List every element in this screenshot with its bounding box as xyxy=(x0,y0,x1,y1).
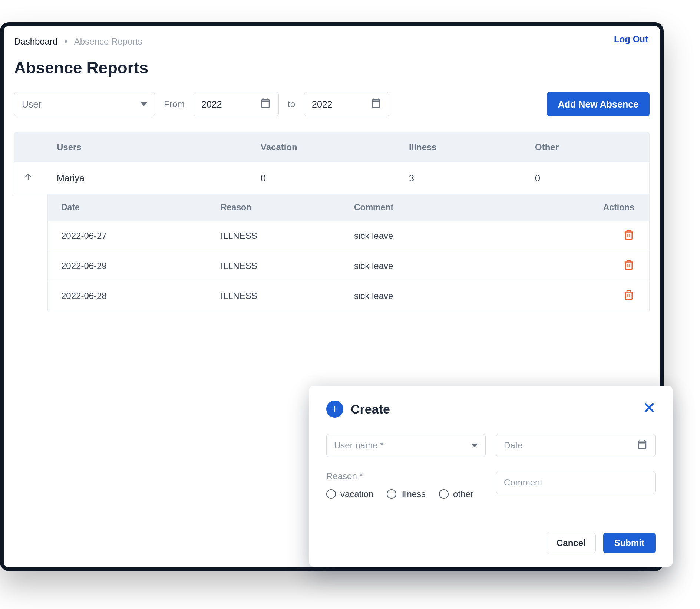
col-reason: Reason xyxy=(207,194,341,221)
cell-reason: ILLNESS xyxy=(207,251,341,281)
radio-icon xyxy=(439,489,449,499)
cell-date: 2022-06-29 xyxy=(48,251,207,281)
modal-reason-radios: vacation illness other xyxy=(326,489,486,499)
detail-table: Date Reason Comment Actions 2022-06-27 I… xyxy=(47,194,650,311)
col-comment: Comment xyxy=(341,194,548,221)
cell-reason: ILLNESS xyxy=(207,281,341,311)
collapse-arrow-icon[interactable] xyxy=(23,172,33,184)
radio-illness[interactable]: illness xyxy=(387,489,426,499)
radio-label: illness xyxy=(401,489,426,499)
breadcrumb-dashboard[interactable]: Dashboard xyxy=(14,36,57,47)
col-other: Other xyxy=(526,132,649,162)
breadcrumb-separator-icon: • xyxy=(64,36,67,47)
page-title: Absence Reports xyxy=(14,59,650,77)
modal-user-select[interactable]: User name * xyxy=(326,434,486,457)
radio-other[interactable]: other xyxy=(439,489,473,499)
cell-vacation: 0 xyxy=(252,162,400,194)
radio-icon xyxy=(387,489,396,499)
modal-date-placeholder: Date xyxy=(504,440,523,451)
calendar-icon xyxy=(637,439,648,452)
from-date-input[interactable]: 2022 xyxy=(194,92,279,116)
chevron-down-icon xyxy=(141,102,147,106)
add-new-absence-button[interactable]: Add New Absence xyxy=(547,92,650,116)
delete-icon[interactable] xyxy=(623,289,634,303)
summary-table-row[interactable]: Mariya 0 3 0 xyxy=(14,162,650,194)
cell-comment: sick leave xyxy=(341,281,548,311)
calendar-icon xyxy=(370,98,382,111)
modal-user-placeholder: User name * xyxy=(334,440,383,451)
summary-table: Users Vacation Illness Other Mariya 0 3 … xyxy=(14,132,650,311)
col-date: Date xyxy=(48,194,207,221)
calendar-icon xyxy=(260,98,271,111)
chevron-down-icon xyxy=(471,444,478,447)
cell-date: 2022-06-27 xyxy=(48,221,207,251)
from-date-value: 2022 xyxy=(201,99,222,110)
from-label: From xyxy=(164,99,185,109)
radio-label: other xyxy=(453,489,473,499)
radio-label: vacation xyxy=(340,489,373,499)
cell-user: Mariya xyxy=(48,162,252,194)
to-date-value: 2022 xyxy=(312,99,333,110)
delete-icon[interactable] xyxy=(623,259,634,273)
breadcrumb-current: Absence Reports xyxy=(74,36,142,47)
user-select[interactable]: User xyxy=(14,92,155,116)
cell-date: 2022-06-28 xyxy=(48,281,207,311)
plus-icon xyxy=(326,401,343,418)
col-actions: Actions xyxy=(548,194,649,221)
col-vacation: Vacation xyxy=(252,132,400,162)
to-label: to xyxy=(288,99,295,109)
filter-bar: User From 2022 to 2022 Add New Absence xyxy=(14,92,650,116)
breadcrumb: Dashboard • Absence Reports xyxy=(14,36,650,47)
to-date-input[interactable]: 2022 xyxy=(304,92,389,116)
cell-other: 0 xyxy=(526,162,649,194)
cell-reason: ILLNESS xyxy=(207,221,341,251)
cancel-button[interactable]: Cancel xyxy=(547,533,596,553)
delete-icon[interactable] xyxy=(623,229,634,243)
cell-comment: sick leave xyxy=(341,221,548,251)
modal-header: Create xyxy=(326,401,656,418)
radio-icon xyxy=(326,489,336,499)
modal-comment-placeholder: Comment xyxy=(504,477,542,488)
logout-link[interactable]: Log Out xyxy=(614,34,648,45)
summary-table-header: Users Vacation Illness Other xyxy=(14,132,650,162)
col-users: Users xyxy=(48,132,252,162)
detail-row: 2022-06-29 ILLNESS sick leave xyxy=(47,251,650,281)
submit-button[interactable]: Submit xyxy=(603,533,656,553)
cell-illness: 3 xyxy=(400,162,526,194)
create-absence-modal: Create User name * Date Reason * vacatio… xyxy=(309,386,673,567)
modal-comment-input[interactable]: Comment xyxy=(496,471,656,494)
modal-date-input[interactable]: Date xyxy=(496,434,656,457)
modal-reason-label: Reason * xyxy=(326,471,486,481)
col-illness: Illness xyxy=(400,132,526,162)
detail-row: 2022-06-27 ILLNESS sick leave xyxy=(47,221,650,251)
detail-row: 2022-06-28 ILLNESS sick leave xyxy=(47,281,650,311)
cell-comment: sick leave xyxy=(341,251,548,281)
close-icon[interactable] xyxy=(643,401,656,415)
radio-vacation[interactable]: vacation xyxy=(326,489,373,499)
user-select-placeholder: User xyxy=(22,99,42,110)
modal-title: Create xyxy=(351,402,390,417)
detail-table-header: Date Reason Comment Actions xyxy=(47,194,650,221)
